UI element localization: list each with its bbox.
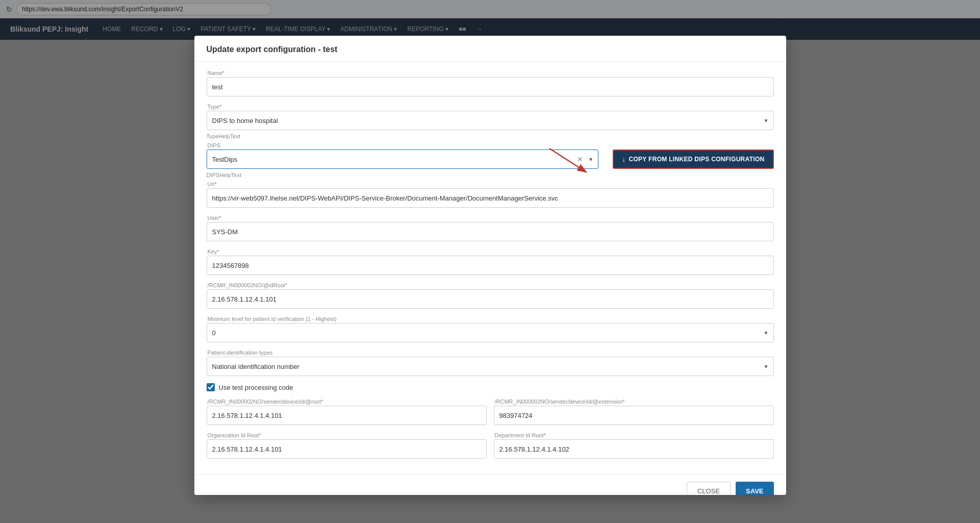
key-input[interactable] <box>207 256 774 275</box>
dept-id-root-input[interactable] <box>494 439 774 459</box>
dept-id-root-field-group: Department Id Root* <box>494 432 774 459</box>
min-level-field-group: Minimum level for patient id verificatio… <box>207 316 774 342</box>
patient-id-label: Patient identification types <box>207 350 774 356</box>
type-label: Type* <box>207 104 774 110</box>
use-test-processing-label: Use test processing code <box>219 384 293 391</box>
dips-select-wrapper: ✕ ▼ <box>207 150 599 169</box>
sender-root-label: /RCMR_IN000002NO/sender/device/id/@root* <box>207 399 487 405</box>
modal-title: Update export configuration - test <box>207 45 774 54</box>
modal-body: Name* Type* DIPS to home hospital ▼ Type… <box>194 62 786 474</box>
modal-overlay: Update export configuration - test Name*… <box>0 0 980 523</box>
rcmr-root-label: /RCMR_IN000002NO/@idRoot* <box>207 282 774 288</box>
close-button[interactable]: CLOSE <box>687 482 731 495</box>
modal-footer: CLOSE SAVE <box>194 474 786 495</box>
type-field-group: Type* DIPS to home hospital ▼ <box>207 104 774 130</box>
user-input[interactable] <box>207 222 774 241</box>
sender-extension-label: /RCMR_IN000002NO/sender/device/id/@exten… <box>494 399 774 405</box>
url-field-group: Url* <box>207 181 774 208</box>
name-input[interactable] <box>207 77 774 96</box>
user-label: User* <box>207 215 774 221</box>
type-select[interactable]: DIPS to home hospital <box>207 111 774 130</box>
use-test-processing-checkbox[interactable] <box>207 383 215 391</box>
dept-id-root-label: Department Id Root* <box>494 432 774 438</box>
patient-id-field-group: Patient identification types National id… <box>207 350 774 376</box>
save-button[interactable]: SAVE <box>736 482 773 495</box>
min-level-label: Minimum level for patient id verificatio… <box>207 316 774 322</box>
patient-id-select[interactable]: National identification number <box>207 357 774 376</box>
name-field-group: Name* <box>207 70 774 96</box>
modal-dialog: Update export configuration - test Name*… <box>194 36 786 495</box>
org-id-root-field-group: Organization Id Root* <box>207 432 487 459</box>
key-field-group: Key* <box>207 248 774 275</box>
sender-root-input[interactable] <box>207 406 487 425</box>
dips-help-text: DIPSHelpText <box>207 172 774 178</box>
url-label: Url* <box>207 181 774 187</box>
min-level-select[interactable]: 0 1 2 3 <box>207 323 774 342</box>
key-label: Key* <box>207 248 774 255</box>
rcmr-root-input[interactable] <box>207 289 774 309</box>
user-field-group: User* <box>207 215 774 241</box>
download-icon: ↓ <box>622 155 625 163</box>
sender-extension-input[interactable] <box>494 406 774 425</box>
copy-from-dips-button[interactable]: ↓ COPY FROM LINKED DIPS CONFIGURATION <box>613 150 773 169</box>
dips-clear-button[interactable]: ✕ <box>577 155 583 163</box>
sender-fields-row: /RCMR_IN000002NO/sender/device/id/@root*… <box>207 399 774 432</box>
checkbox-row: Use test processing code <box>207 383 774 391</box>
url-input[interactable] <box>207 188 774 208</box>
dips-label: DIPS <box>207 142 599 148</box>
name-label: Name* <box>207 70 774 76</box>
rcmr-root-field-group: /RCMR_IN000002NO/@idRoot* <box>207 282 774 309</box>
dips-row: DIPS ✕ ▼ <box>207 142 774 169</box>
copy-button-label: COPY FROM LINKED DIPS CONFIGURATION <box>629 156 764 163</box>
modal-header: Update export configuration - test <box>194 36 786 62</box>
sender-extension-field-group: /RCMR_IN000002NO/sender/device/id/@exten… <box>494 399 774 425</box>
dips-field-group: DIPS ✕ ▼ <box>207 142 599 169</box>
type-help-text: TypeHelpText <box>207 133 774 139</box>
org-dept-fields-row: Organization Id Root* Department Id Root… <box>207 432 774 466</box>
sender-root-field-group: /RCMR_IN000002NO/sender/device/id/@root* <box>207 399 487 425</box>
org-id-root-label: Organization Id Root* <box>207 432 487 438</box>
org-id-root-input[interactable] <box>207 439 487 459</box>
dips-input[interactable] <box>207 150 599 169</box>
